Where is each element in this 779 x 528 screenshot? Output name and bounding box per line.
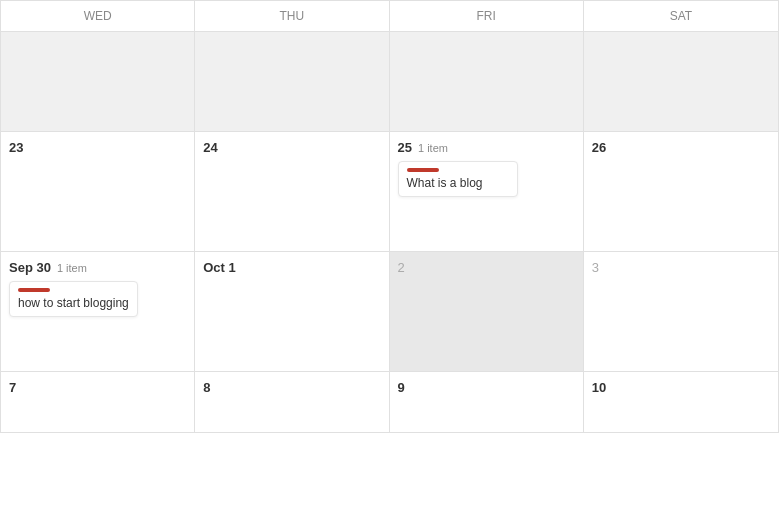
day-cell-3: 3 [584,252,778,372]
day-cell [584,32,778,132]
day-cell [195,32,389,132]
header-sat: SAT [584,1,778,31]
day-cell-23: 23 [1,132,195,252]
event-bar [407,168,439,172]
day-number: 9 [398,380,405,395]
header-fri: FRI [390,1,584,31]
item-count: 1 item [418,142,448,154]
calendar-row-4: 7 8 9 10 [1,372,778,432]
day-cell-25: 25 1 item What is a blog [390,132,584,252]
header-wed: WED [1,1,195,31]
day-number: Oct 1 [203,260,236,275]
day-cell-26: 26 [584,132,778,252]
day-number: 8 [203,380,210,395]
day-number: 2 [398,260,405,275]
day-number: 10 [592,380,606,395]
day-cell-oct1: Oct 1 [195,252,389,372]
day-number: 24 [203,140,217,155]
item-count: 1 item [57,262,87,274]
day-number: 26 [592,140,606,155]
day-cell-7: 7 [1,372,195,432]
day-cell-24: 24 [195,132,389,252]
day-cell [1,32,195,132]
day-cell-sep30: Sep 30 1 item how to start blogging [1,252,195,372]
day-cell-8: 8 [195,372,389,432]
calendar: WED THU FRI SAT 23 24 25 1 item [0,0,779,433]
calendar-row-1 [1,32,778,132]
event-bar [18,288,50,292]
calendar-row-3: Sep 30 1 item how to start blogging Oct … [1,252,778,372]
day-number: 25 [398,140,412,155]
day-cell [390,32,584,132]
day-number: 3 [592,260,599,275]
day-number: 23 [9,140,23,155]
event-title: What is a blog [407,176,509,190]
day-cell-2: 2 [390,252,584,372]
day-cell-10: 10 [584,372,778,432]
event-card[interactable]: how to start blogging [9,281,138,317]
calendar-row-2: 23 24 25 1 item What is a blog 26 [1,132,778,252]
day-number: 7 [9,380,16,395]
event-title: how to start blogging [18,296,129,310]
day-number: Sep 30 [9,260,51,275]
day-cell-9: 9 [390,372,584,432]
event-card[interactable]: What is a blog [398,161,518,197]
header-thu: THU [195,1,389,31]
calendar-header: WED THU FRI SAT [1,1,778,32]
